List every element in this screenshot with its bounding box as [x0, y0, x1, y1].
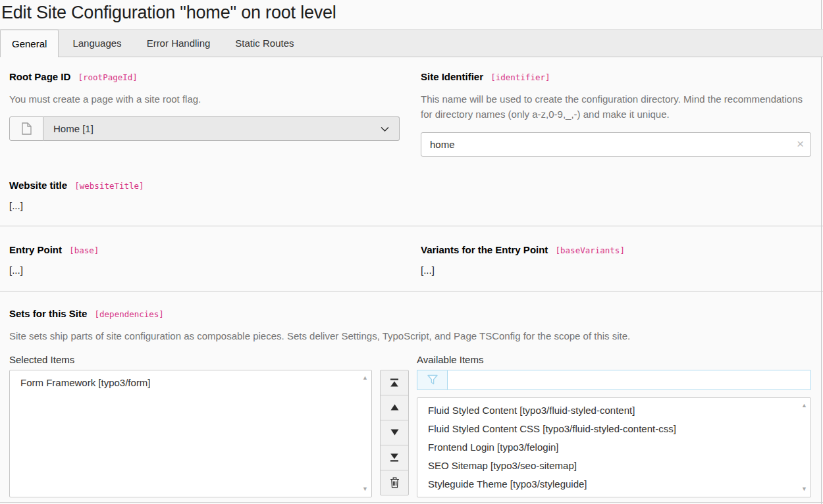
field-key: [rootPageId] [78, 72, 138, 82]
field-description: This name will be used to create the con… [421, 91, 811, 122]
clear-icon[interactable]: × [797, 138, 804, 150]
site-identifier-input-wrap: × [421, 132, 811, 157]
field-label: Variants for the Entry Point [421, 244, 548, 255]
field-key: [identifier] [491, 72, 550, 82]
field-key: [baseVariants] [556, 245, 625, 255]
general-tab-panel: Root Page ID [rootPageId] You must creat… [0, 57, 823, 497]
available-items-column: Available Items Fluid Styled Content [ty… [417, 354, 811, 497]
move-up-icon [390, 404, 399, 411]
move-to-top-icon [390, 378, 399, 387]
move-to-bottom-icon [390, 453, 399, 462]
field-key: [websiteTitle] [74, 181, 144, 191]
page-icon [9, 116, 43, 141]
list-item[interactable]: Form Framework [typo3/form] [10, 374, 371, 392]
chevron-down-icon [381, 123, 389, 134]
list-item[interactable]: Fluid Styled Content [typo3/fluid-styled… [417, 401, 810, 420]
selected-items-label: Selected Items [9, 354, 372, 366]
site-identifier-label-row: Site Identifier [identifier] [421, 70, 811, 84]
root-page-select[interactable]: Home [1] [43, 116, 400, 141]
available-items-filter-input[interactable] [447, 370, 811, 390]
scroll-up-icon[interactable]: ▲ [801, 403, 807, 409]
tab-bar: General Languages Error Handling Static … [0, 29, 823, 57]
field-entry-point: Entry Point [base] [...] [9, 243, 400, 276]
root-page-id-label-row: Root Page ID [rootPageId] [9, 70, 400, 84]
field-site-identifier: Site Identifier [identifier] This name w… [421, 70, 811, 157]
field-label: Website title [9, 180, 67, 191]
list-item[interactable]: Styleguide Theme [typo3/styleguide] [417, 475, 810, 493]
field-label: Site Identifier [421, 71, 483, 82]
scroll-down-icon[interactable]: ▼ [362, 486, 368, 492]
collapsed-field-placeholder: [...] [421, 265, 811, 276]
trash-icon [390, 477, 400, 488]
section-divider [0, 291, 823, 291]
field-root-page-id: Root Page ID [rootPageId] You must creat… [9, 70, 400, 157]
delete-button[interactable] [380, 470, 409, 495]
available-items-label: Available Items [417, 354, 811, 366]
row-entry-point: Entry Point [base] [...] Variants for th… [9, 243, 811, 291]
field-website-title: Website title [websiteTitle] [...] [9, 179, 811, 226]
section-divider [0, 226, 823, 226]
move-down-icon [390, 429, 399, 436]
field-base-variants: Variants for the Entry Point [baseVarian… [421, 243, 811, 276]
selected-items-column: Selected Items Form Framework [typo3/for… [9, 354, 372, 497]
tab-error-handling[interactable]: Error Handling [136, 30, 222, 57]
move-up-button[interactable] [380, 395, 409, 420]
filter-icon [417, 370, 447, 390]
field-key: [base] [69, 245, 99, 255]
available-items-filter-row [417, 370, 811, 390]
root-page-select-group: Home [1] [9, 116, 400, 141]
tab-static-routes[interactable]: Static Routes [224, 30, 305, 57]
field-description: You must create a page with a site root … [9, 91, 400, 107]
row-root-and-identifier: Root Page ID [rootPageId] You must creat… [9, 70, 811, 157]
move-down-button[interactable] [380, 420, 409, 445]
root-page-select-value: Home [1] [53, 123, 93, 134]
field-label: Entry Point [9, 244, 62, 255]
list-item[interactable]: Fluid Styled Content CSS [typo3/fluid-st… [417, 420, 810, 438]
collapsed-field-placeholder: [...] [9, 265, 400, 276]
available-items-listbox[interactable]: Fluid Styled Content [typo3/fluid-styled… [417, 397, 811, 497]
reorder-buttons-column [380, 354, 409, 497]
list-item[interactable]: SEO Sitemap [typo3/seo-sitemap] [417, 457, 810, 475]
collapsed-field-placeholder: [...] [9, 200, 811, 211]
move-to-bottom-button[interactable] [380, 445, 409, 470]
site-identifier-input[interactable] [421, 132, 811, 157]
field-description: Site sets ship parts of site configurati… [9, 328, 811, 343]
scroll-down-icon[interactable]: ▼ [801, 486, 807, 492]
tab-general[interactable]: General [0, 30, 59, 57]
field-label: Root Page ID [9, 71, 70, 82]
move-to-top-button[interactable] [380, 370, 409, 395]
tab-languages[interactable]: Languages [61, 30, 132, 57]
scroll-up-icon[interactable]: ▲ [362, 375, 368, 381]
bottom-divider [0, 502, 823, 503]
field-key: [dependencies] [95, 309, 164, 319]
multi-select-group: Selected Items Form Framework [typo3/for… [9, 354, 811, 497]
selected-items-listbox[interactable]: Form Framework [typo3/form] ▲ ▼ [9, 370, 372, 497]
list-item[interactable]: Frontend Login [typo3/felogin] [417, 438, 810, 457]
field-label: Sets for this Site [9, 308, 87, 319]
field-dependencies: Sets for this Site [dependencies] Site s… [9, 307, 811, 497]
page-title: Edit Site Configuration "home" on root l… [0, 0, 823, 29]
